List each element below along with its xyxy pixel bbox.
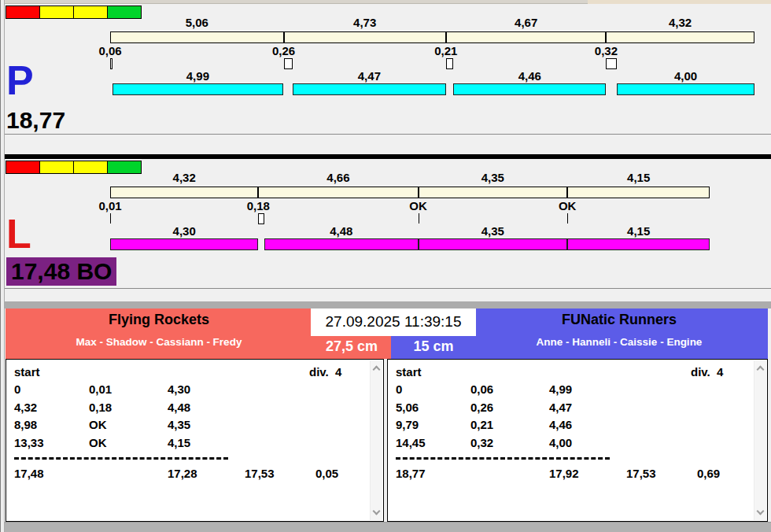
leg-bar xyxy=(453,83,606,95)
table-dashed-rule xyxy=(14,457,228,460)
table-cell: 0,01 xyxy=(89,382,112,397)
table-total-cell: 17,48 xyxy=(14,466,44,482)
lane-p-panel: P 5,064,734,674,320,060,260,210,324,994,… xyxy=(0,4,771,134)
table-cell: 4,15 xyxy=(168,435,190,451)
split-bar-divider xyxy=(566,187,568,198)
leg-bar xyxy=(293,83,446,95)
table-total-cell: 17,53 xyxy=(626,466,656,482)
leg-bar xyxy=(419,238,568,250)
scroll-down-icon[interactable] xyxy=(373,508,381,515)
table-cell: 4,48 xyxy=(168,400,190,416)
table-start-label: start xyxy=(14,364,40,380)
leg-time-label: 4,30 xyxy=(110,225,257,237)
exchange-time-label: 0,06 xyxy=(83,45,138,57)
table-cell: 4,47 xyxy=(549,400,572,416)
table-total-cell: 17,92 xyxy=(549,466,579,482)
leg-time-label: 4,00 xyxy=(617,70,754,82)
exchange-time-label: 0,18 xyxy=(231,200,286,212)
split-bar-divider xyxy=(283,32,285,42)
lane-p-total: 18,77 xyxy=(6,107,65,134)
lane-l-total: 17,48 BO xyxy=(6,257,116,286)
leg-time-label: 4,99 xyxy=(113,70,284,82)
exchange-loss-box xyxy=(110,58,113,69)
exchange-tick xyxy=(567,213,568,224)
table-cell: 0,32 xyxy=(470,435,493,451)
leg-time-label: 4,47 xyxy=(293,70,446,82)
table-total-cell: 17,28 xyxy=(168,466,197,482)
table-cell: OK xyxy=(89,417,107,433)
table-cell: 4,30 xyxy=(168,382,190,397)
leg-time-label: 4,35 xyxy=(419,225,568,237)
table-cell: 0,06 xyxy=(470,382,493,397)
team-right-cm-value: 15 cm xyxy=(391,336,476,359)
exchange-time-label: OK xyxy=(540,200,595,212)
scroll-up-icon[interactable] xyxy=(757,366,765,374)
split-bar-divider xyxy=(257,187,259,198)
exchange-time-label: 0,21 xyxy=(419,45,474,57)
exchange-loss-box xyxy=(606,58,617,69)
leg-bar xyxy=(110,238,257,250)
leg-time-label: 4,46 xyxy=(453,70,606,82)
section-divider-band xyxy=(0,301,771,308)
table-cell: 4,35 xyxy=(168,417,190,433)
split-time-label: 4,66 xyxy=(258,172,418,183)
lane-l-track: 4,324,664,354,150,010,18OKOK4,304,484,35… xyxy=(0,159,771,261)
exchange-time-label: 0,32 xyxy=(578,45,633,57)
datetime-display: 27.09.2025 11:39:15 xyxy=(311,308,476,336)
table-div-label: div. 4 xyxy=(691,364,723,380)
lane-l-panel: L 4,324,664,354,150,010,18OKOK4,304,484,… xyxy=(0,159,771,288)
split-time-label: 4,32 xyxy=(110,172,258,183)
team-left-name: Flying Rockets xyxy=(6,312,312,328)
separator-line xyxy=(0,134,771,135)
table-cell: 9,79 xyxy=(396,417,419,433)
split-bar xyxy=(110,31,754,43)
relay-timing-window: P 5,064,734,674,320,060,260,210,324,994,… xyxy=(0,0,771,532)
table-start-label: start xyxy=(396,364,422,380)
team-right-scrollbar[interactable] xyxy=(754,360,766,520)
scroll-down-icon[interactable] xyxy=(757,508,765,515)
table-cell: 0,26 xyxy=(470,400,493,416)
leg-bar xyxy=(264,238,418,250)
team-left-members: Max - Shadow - Cassiann - Fredy xyxy=(6,336,312,348)
table-cell: 5,06 xyxy=(396,400,419,416)
table-cell: 8,98 xyxy=(14,417,37,433)
table-total-cell: 0,69 xyxy=(697,466,720,482)
leg-bar xyxy=(617,83,754,95)
table-cell: OK xyxy=(89,435,107,451)
leg-bar xyxy=(113,83,284,95)
scroll-up-icon[interactable] xyxy=(373,366,381,374)
split-time-label: 4,73 xyxy=(284,17,446,28)
split-bar-divider xyxy=(445,32,447,42)
lane-p-track: 5,064,734,674,320,060,260,210,324,994,47… xyxy=(0,4,771,106)
exchange-time-label: 0,01 xyxy=(83,200,138,212)
split-bar-divider xyxy=(605,32,607,42)
team-right-name: FUNatic Runners xyxy=(474,312,765,328)
leg-time-label: 4,15 xyxy=(567,225,710,237)
table-total-cell: 0,05 xyxy=(315,466,338,482)
window-bottom-edge xyxy=(0,522,771,532)
table-total-cell: 17,53 xyxy=(245,466,275,482)
exchange-loss-box xyxy=(284,58,293,69)
leg-bar xyxy=(567,238,710,250)
leg-time-label: 4,48 xyxy=(264,225,418,237)
table-cell: 0 xyxy=(396,382,402,397)
exchange-time-label: 0,26 xyxy=(256,45,312,57)
team-right-members: Anne - Hanneli - Caissie - Engine xyxy=(474,336,765,348)
window-left-border xyxy=(0,0,5,532)
split-time-label: 4,35 xyxy=(419,172,568,183)
table-cell: 4,32 xyxy=(14,400,37,416)
table-cell: 14,45 xyxy=(396,435,426,451)
table-cell: 0 xyxy=(14,382,20,397)
team-left-cm-value: 27,5 cm xyxy=(312,336,391,359)
split-time-label: 4,67 xyxy=(446,17,607,28)
table-cell: 4,46 xyxy=(549,417,572,433)
table-total-cell: 18,77 xyxy=(396,466,426,482)
exchange-tick xyxy=(110,213,111,224)
team-left-scrollbar[interactable] xyxy=(370,360,382,520)
exchange-time-label: OK xyxy=(391,200,446,212)
exchange-loss-box xyxy=(258,213,264,224)
separator-line xyxy=(0,288,771,289)
exchange-loss-box xyxy=(446,58,453,69)
table-cell: 0,18 xyxy=(89,400,112,416)
table-cell: 0,21 xyxy=(470,417,493,433)
